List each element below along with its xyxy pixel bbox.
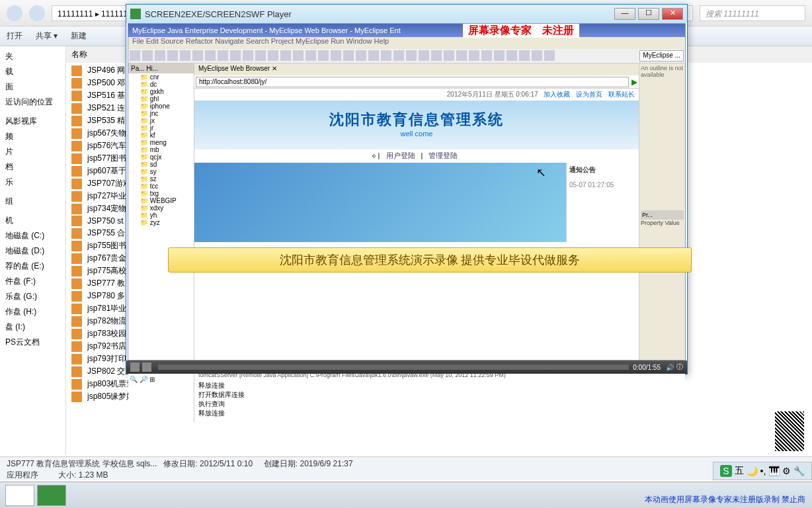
close-button[interactable]: ✕ (662, 8, 683, 20)
tree-item[interactable]: 📁 gxkh (128, 88, 194, 95)
tree-item[interactable]: 📁 iphone (128, 103, 194, 110)
eclipse-toolbar[interactable]: MyEclipse ... (128, 49, 685, 64)
toolbar-icon[interactable] (180, 50, 190, 61)
sidebar-item[interactable]: 档 (3, 159, 63, 175)
toolbar-icon[interactable] (155, 50, 165, 61)
tree-item[interactable]: 📁 jr (128, 124, 194, 132)
toolbar-icon[interactable] (469, 50, 479, 61)
sidebar-item[interactable]: 片 (3, 144, 63, 159)
tree-item[interactable]: 📁 mb (128, 146, 194, 153)
sidebar-item[interactable]: 地磁盘 (C:) (3, 228, 63, 243)
toolbar-icon[interactable] (142, 50, 153, 61)
minimize-button[interactable]: — (614, 8, 635, 20)
tree-item[interactable]: 📁 zyz (128, 219, 194, 226)
toolbar-icon[interactable] (218, 50, 228, 61)
toolbar-icon[interactable] (343, 50, 354, 61)
tree-item[interactable]: 📁 WEBGIP (128, 197, 194, 204)
forward-button[interactable] (29, 5, 45, 21)
toolbar-icon[interactable] (419, 50, 429, 61)
toolbar-icon[interactable] (393, 50, 404, 61)
toolbar-icon[interactable] (230, 50, 241, 61)
sidebar-item[interactable]: 近访问的位置 (3, 95, 63, 110)
sidebar-item[interactable]: 件盘 (F:) (3, 274, 63, 289)
user-login-link[interactable]: 用户登陆 (386, 151, 415, 159)
toolbar-icon[interactable] (507, 50, 517, 61)
sidebar-item[interactable]: 频 (3, 129, 63, 144)
toolbar-icon[interactable] (494, 50, 505, 61)
player-controls[interactable]: 0:00/1:55 🔊 ⓘ (126, 360, 687, 374)
pause-button[interactable] (142, 362, 151, 372)
toolbar-icon[interactable] (318, 50, 329, 61)
sidebar-item[interactable]: 乐盘 (G:) (3, 289, 63, 304)
tree-item[interactable]: 📁 yh (128, 212, 194, 219)
toolbar-icon[interactable] (268, 50, 278, 61)
tree-item[interactable]: 📁 sz (128, 175, 194, 183)
toolbar-icon[interactable] (519, 50, 530, 61)
sidebar-item[interactable]: 机 (3, 213, 63, 228)
taskbar-explorer[interactable] (5, 485, 34, 506)
fav-link[interactable]: 加入收藏 (544, 91, 570, 98)
toolbar-icon[interactable] (444, 50, 454, 61)
tree-item[interactable]: 📁 sy (128, 168, 194, 175)
sidebar-item[interactable]: 面 (3, 79, 63, 95)
admin-login-link[interactable]: 管理登陆 (428, 151, 458, 159)
ime-icon[interactable]: S (720, 465, 731, 477)
maximize-button[interactable]: ☐ (638, 8, 659, 20)
player-titlebar[interactable]: SCREEN2EXE/SCREEN2SWF Player — ☐ ✕ (126, 5, 687, 23)
sidebar-item[interactable]: 夹 (3, 49, 63, 64)
volume-icon[interactable]: 🔊 (666, 364, 674, 371)
toolbar-icon[interactable] (532, 50, 542, 61)
tree-item[interactable]: 📁 ghl (128, 95, 194, 103)
search-input[interactable]: 搜索 11111111 (700, 5, 805, 21)
sidebar-item[interactable]: PS云文档 (3, 335, 63, 350)
toolbar-icon[interactable] (293, 50, 304, 61)
props-tab[interactable]: Pr... (641, 210, 684, 220)
tree-item[interactable]: 📁 sd (128, 161, 194, 168)
tree-item[interactable]: 📁 cnr (128, 73, 194, 81)
browser-tab[interactable]: MyEclipse Web Browser ✕ (194, 64, 639, 75)
toolbar-icon[interactable] (255, 50, 266, 61)
progress-bar[interactable] (158, 364, 629, 370)
home-link[interactable]: 设为首页 (576, 91, 602, 98)
sidebar-item[interactable]: 载 (3, 64, 63, 79)
toolbar-icon[interactable] (481, 50, 492, 61)
tree-item[interactable]: 📁 tcc (128, 183, 194, 190)
toolbar-icon[interactable] (368, 50, 379, 61)
url-input[interactable] (196, 77, 629, 87)
toolbar-icon[interactable] (243, 50, 253, 61)
tree-item[interactable]: 📁 xdxy (128, 204, 194, 212)
toolbar-icon[interactable] (356, 50, 366, 61)
sidebar-item[interactable]: 地磁盘 (D:) (3, 243, 63, 259)
toolbar-icon[interactable] (192, 50, 203, 61)
sidebar-item[interactable]: 乐 (3, 175, 63, 190)
sidebar-item[interactable]: 作盘 (H:) (3, 304, 63, 319)
tree-item[interactable]: 📁 dc (128, 81, 194, 88)
toolbar-icon[interactable] (205, 50, 216, 61)
new-button[interactable]: 新建 (71, 30, 87, 42)
explorer-sidebar[interactable]: 夹载面近访问的位置风影视库频片档乐组机地磁盘 (C:)地磁盘 (D:)荐的盘 (… (0, 46, 66, 455)
package-explorer[interactable]: Pa... Hi... 📁 cnr📁 dc📁 gxkh📁 ghl📁 iphone… (128, 64, 194, 360)
tree-item[interactable]: 📁 txg (128, 190, 194, 197)
tree-item[interactable]: 📁 jx (128, 117, 194, 124)
toolbar-icon[interactable] (130, 50, 140, 61)
perspective-button[interactable]: MyEclipse ... (639, 50, 684, 62)
sidebar-item[interactable]: 盘 (I:) (3, 319, 63, 335)
tree-item[interactable]: 📁 meng (128, 139, 194, 146)
toolbar-icon[interactable] (167, 50, 178, 61)
toolbar-icon[interactable] (381, 50, 391, 61)
tree-item[interactable]: 📁 kf (128, 132, 194, 139)
toolbar-icon[interactable] (305, 50, 316, 61)
toolbar-icon[interactable] (431, 50, 442, 61)
play-button[interactable] (130, 362, 140, 372)
tree-item[interactable]: 📁 jnc (128, 110, 194, 117)
toolbar-icon[interactable] (280, 50, 291, 61)
sidebar-item[interactable]: 组 (3, 194, 63, 209)
toolbar-icon[interactable] (456, 50, 467, 61)
toolbar-icon[interactable] (406, 50, 417, 61)
open-button[interactable]: 打开 (7, 30, 22, 42)
sidebar-item[interactable]: 荐的盘 (E:) (3, 259, 63, 274)
sidebar-item[interactable]: 风影视库 (3, 114, 63, 129)
ime-tray[interactable]: S 五 🌙 •, 🎹 ⚙ 🔧 (713, 462, 812, 480)
toolbar-icon[interactable] (544, 50, 555, 61)
taskbar-player[interactable] (37, 485, 66, 506)
